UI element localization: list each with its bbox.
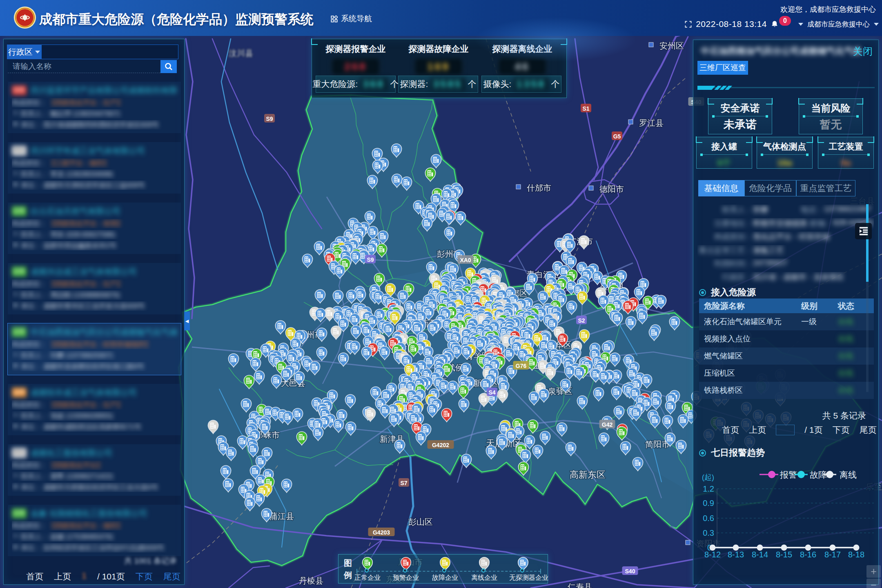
svg-text:蒲江县: 蒲江县 (270, 512, 294, 521)
svg-text:汶川县: 汶川县 (229, 49, 253, 58)
svg-text:8-12: 8-12 (704, 550, 721, 559)
svg-text:S9: S9 (266, 116, 273, 122)
svg-text:安州区: 安州区 (659, 41, 684, 50)
svg-text:G5: G5 (613, 133, 621, 140)
svg-text:G4202: G4202 (432, 442, 449, 448)
svg-text:仁寿县: 仁寿县 (567, 582, 592, 588)
svg-text:8-15: 8-15 (776, 550, 792, 559)
svg-text:8-17: 8-17 (824, 550, 841, 559)
svg-text:彭山区: 彭山区 (408, 517, 433, 526)
svg-text:S2: S2 (578, 317, 585, 324)
svg-text:S4: S4 (488, 389, 495, 396)
svg-text:G4203: G4203 (373, 529, 390, 536)
svg-text:罗江县: 罗江县 (639, 118, 664, 127)
svg-text:(起): (起) (702, 473, 714, 481)
svg-text:G76: G76 (516, 363, 527, 369)
svg-text:8-14: 8-14 (752, 550, 768, 559)
svg-text:报警: 报警 (780, 470, 797, 479)
svg-text:S7: S7 (400, 480, 407, 486)
svg-text:1.2: 1.2 (703, 484, 714, 493)
svg-text:8-16: 8-16 (800, 550, 816, 559)
svg-text:什邡市: 什邡市 (527, 183, 551, 192)
svg-text:S1: S1 (582, 105, 589, 112)
svg-text:高新东区: 高新东区 (570, 470, 606, 480)
svg-text:0.6: 0.6 (703, 514, 714, 523)
svg-text:丹棱县: 丹棱县 (299, 576, 323, 585)
svg-text:8-13: 8-13 (728, 550, 744, 559)
svg-text:0.9: 0.9 (703, 499, 714, 508)
svg-text:8-18: 8-18 (848, 550, 864, 559)
svg-text:S40: S40 (625, 568, 635, 575)
svg-text:德阳市: 德阳市 (599, 185, 624, 194)
svg-text:G42: G42 (602, 421, 613, 428)
svg-text:0.3: 0.3 (703, 528, 714, 537)
svg-text:XA0: XA0 (460, 257, 471, 263)
svg-text:S9: S9 (367, 256, 374, 263)
svg-text:离线: 离线 (840, 470, 857, 479)
